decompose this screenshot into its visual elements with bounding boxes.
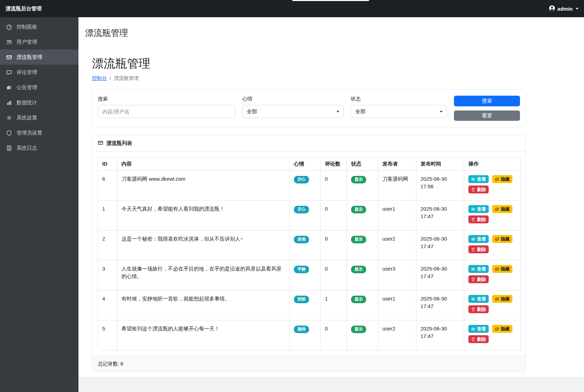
app-brand: 漂流瓶后台管理 [6, 6, 42, 12]
cell-time: 2025-06-30 17:47 [416, 231, 464, 261]
delete-button[interactable]: 删除 [468, 186, 489, 193]
cell-content: 人生就像一场旅行，不必在乎目的地，在乎的是沿途的风景以及看风景的心情。 [117, 261, 290, 290]
table-row: 3 人生就像一场旅行，不必在乎目的地，在乎的是沿途的风景以及看风景的心情。 平静… [98, 261, 521, 290]
cell-content: 刀客源码网 www.dkewl.com [117, 171, 290, 201]
sidebar-item-announcements[interactable]: 公告管理 [0, 80, 78, 95]
cell-publisher: user1 [378, 290, 416, 320]
sidebar-item-label: 数据统计 [17, 99, 37, 106]
view-button[interactable]: 查看 [468, 205, 489, 213]
sidebar-item-admins[interactable]: 管理员设置 [0, 125, 78, 140]
sidebar-item-bottles[interactable]: 漂流瓶管理 [0, 50, 78, 65]
envelope-icon [6, 54, 12, 60]
table-row: 2 这是一个秘密：我很喜欢吃冰淇淋，但从不告诉别人~ 其他 0 显示 user2… [98, 231, 521, 261]
delete-button[interactable]: 删除 [468, 215, 489, 223]
sidebar-item-comments[interactable]: 评论管理 [0, 65, 78, 80]
journal-icon [6, 145, 12, 151]
mood-select[interactable]: 全部 [242, 105, 344, 118]
cell-comments: 0 [321, 231, 347, 261]
mood-badge: 忧郁 [294, 296, 309, 303]
search-input[interactable] [98, 105, 235, 118]
main-header: 漂流瓶管理 [78, 17, 584, 48]
status-select[interactable]: 全部 [351, 105, 447, 118]
cell-actions: 查看 隐藏 删除 [464, 171, 521, 201]
table-header-row: ID 内容 心情 评论数 状态 发布者 发布时间 操作 [98, 158, 521, 171]
cell-status: 显示 [347, 171, 378, 201]
sidebar: 控制面板 用户管理 漂流瓶管理 评论管理 公告管理 [0, 17, 78, 392]
mood-select-value: 全部 [247, 108, 257, 115]
keyword-label: 搜索 [98, 96, 235, 102]
shield-icon [6, 130, 12, 136]
cell-mood: 忧郁 [290, 290, 321, 320]
reset-button[interactable]: 重置 [454, 110, 520, 121]
hide-button[interactable]: 隐藏 [492, 265, 512, 273]
cell-publisher: user2 [378, 320, 416, 350]
cell-id: 5 [98, 320, 117, 350]
sidebar-item-users[interactable]: 用户管理 [0, 34, 78, 50]
status-badge: 显示 [351, 236, 366, 243]
cell-mood: 平静 [290, 261, 321, 290]
view-button[interactable]: 查看 [468, 175, 489, 183]
window-drag-indicator [292, 0, 369, 1]
sidebar-item-label: 管理员设置 [17, 130, 42, 136]
cell-status: 显示 [347, 320, 378, 350]
search-panel: 搜索 心情 全部 状态 全部 [92, 89, 526, 127]
hide-button[interactable]: 隐藏 [492, 235, 512, 243]
status-badge: 显示 [351, 176, 366, 183]
view-button[interactable]: 查看 [468, 235, 489, 243]
table-row: 1 今天天气真好，希望能有人看到我的漂流瓶！ 开心 0 显示 user1 202… [98, 201, 521, 231]
table-row: 4 有时候，安静地听一首歌，就能想起很多事情。 忧郁 1 显示 user1 20… [98, 290, 521, 320]
breadcrumb-separator: / [110, 76, 111, 81]
cell-actions: 查看 隐藏 删除 [464, 290, 521, 320]
delete-button[interactable]: 删除 [468, 245, 489, 253]
delete-button[interactable]: 删除 [468, 335, 489, 343]
cell-actions: 查看 隐藏 删除 [464, 231, 521, 261]
cell-actions: 查看 隐藏 删除 [464, 261, 521, 290]
cell-time: 2025-06-30 17:47 [416, 261, 464, 290]
page-content: 漂流瓶管理 控制台 / 漂流瓶管理 搜索 心情 全部 [78, 48, 584, 377]
topbar: 漂流瓶后台管理 admin [0, 0, 584, 17]
table-row: 6 刀客源码网 www.dkewl.com 开心 0 显示 刀客源码网 2025… [98, 171, 521, 201]
user-menu[interactable]: admin [549, 5, 578, 12]
search-button[interactable]: 搜索 [454, 96, 520, 106]
status-select-value: 全部 [355, 108, 365, 115]
col-status: 状态 [347, 158, 378, 171]
hide-button[interactable]: 隐藏 [492, 295, 512, 303]
cell-mood: 期待 [290, 320, 321, 350]
cell-status: 显示 [347, 201, 378, 231]
cell-time: 2025-06-30 17:47 [416, 290, 464, 320]
username: admin [558, 6, 573, 12]
section-title: 漂流瓶管理 [85, 27, 128, 39]
main-area: 漂流瓶管理 漂流瓶管理 控制台 / 漂流瓶管理 搜索 心情 [78, 17, 584, 392]
sidebar-item-label: 系统日志 [17, 145, 37, 151]
hide-button[interactable]: 隐藏 [492, 205, 512, 213]
col-id: ID [98, 158, 117, 171]
sidebar-item-dashboard[interactable]: 控制面板 [0, 19, 78, 34]
col-comments: 评论数 [321, 158, 347, 171]
card-header: 漂流瓶列表 [92, 135, 525, 152]
cell-publisher: 刀客源码网 [378, 171, 416, 201]
mood-label: 心情 [242, 96, 344, 102]
sidebar-item-logs[interactable]: 系统日志 [0, 140, 78, 156]
cell-id: 3 [98, 261, 117, 290]
sidebar-item-settings[interactable]: 系统设置 [0, 110, 78, 125]
mood-badge: 开心 [294, 206, 309, 213]
megaphone-icon [6, 85, 12, 91]
bottle-table: ID 内容 心情 评论数 状态 发布者 发布时间 操作 [98, 157, 521, 350]
hide-button[interactable]: 隐藏 [492, 325, 512, 333]
bar-chart-icon [6, 100, 12, 106]
mood-badge: 平静 [294, 266, 309, 273]
col-actions: 操作 [464, 158, 521, 171]
delete-button[interactable]: 删除 [468, 275, 489, 283]
breadcrumb-home-link[interactable]: 控制台 [92, 75, 107, 82]
delete-button[interactable]: 删除 [468, 305, 489, 313]
view-button[interactable]: 查看 [468, 325, 489, 333]
view-button[interactable]: 查看 [468, 265, 489, 273]
view-button[interactable]: 查看 [468, 295, 489, 303]
hide-button[interactable]: 隐藏 [492, 175, 512, 183]
status-badge: 显示 [351, 296, 366, 303]
col-content: 内容 [117, 158, 290, 171]
cell-mood: 开心 [290, 201, 321, 231]
sidebar-item-statistics[interactable]: 数据统计 [0, 95, 78, 110]
cell-content: 今天天气真好，希望能有人看到我的漂流瓶！ [117, 201, 290, 231]
cell-status: 显示 [347, 290, 378, 320]
